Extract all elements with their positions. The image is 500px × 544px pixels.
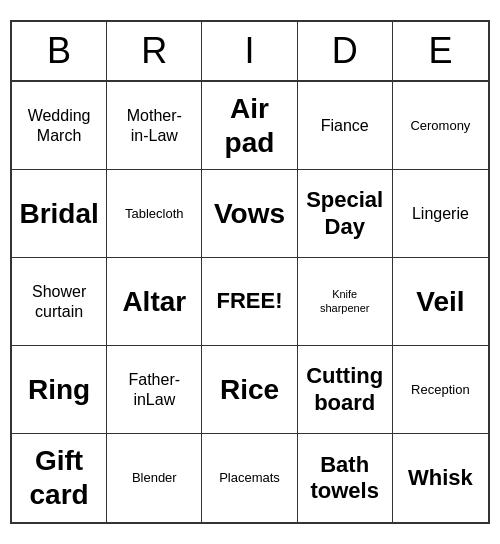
cell-text: Tablecloth <box>125 206 184 222</box>
bingo-card: BRIDE WeddingMarchMother-in-LawAirpadFia… <box>10 20 490 524</box>
bingo-cell[interactable]: Father-inLaw <box>107 346 202 434</box>
header-row: BRIDE <box>12 22 488 82</box>
bingo-cell[interactable]: Lingerie <box>393 170 488 258</box>
cell-text: Reception <box>411 382 470 398</box>
cell-text: FREE! <box>216 288 282 314</box>
cell-text: Giftcard <box>30 444 89 511</box>
bingo-cell[interactable]: Fiance <box>298 82 393 170</box>
cell-text: Bridal <box>19 197 98 231</box>
cell-text: SpecialDay <box>306 187 383 240</box>
cell-text: WeddingMarch <box>28 106 91 144</box>
bingo-cell[interactable]: Showercurtain <box>12 258 107 346</box>
cell-text: Altar <box>122 285 186 319</box>
cell-text: Showercurtain <box>32 282 86 320</box>
bingo-cell[interactable]: Blender <box>107 434 202 522</box>
cell-text: Mother-in-Law <box>127 106 182 144</box>
bingo-cell[interactable]: Bathtowels <box>298 434 393 522</box>
bingo-cell[interactable]: Bridal <box>12 170 107 258</box>
cell-text: Blender <box>132 470 177 486</box>
bingo-cell[interactable]: Reception <box>393 346 488 434</box>
cell-text: Ring <box>28 373 90 407</box>
cell-text: Vows <box>214 197 285 231</box>
header-letter: R <box>107 22 202 80</box>
bingo-cell[interactable]: WeddingMarch <box>12 82 107 170</box>
bingo-cell[interactable]: Placemats <box>202 434 297 522</box>
bingo-cell[interactable]: Rice <box>202 346 297 434</box>
bingo-cell[interactable]: Tablecloth <box>107 170 202 258</box>
bingo-cell[interactable]: Ring <box>12 346 107 434</box>
header-letter: B <box>12 22 107 80</box>
cell-text: Whisk <box>408 465 473 491</box>
cell-text: Knifesharpener <box>320 288 370 314</box>
cell-text: Rice <box>220 373 279 407</box>
bingo-cell[interactable]: Giftcard <box>12 434 107 522</box>
bingo-cell[interactable]: SpecialDay <box>298 170 393 258</box>
header-letter: E <box>393 22 488 80</box>
bingo-cell[interactable]: Whisk <box>393 434 488 522</box>
bingo-cell[interactable]: Airpad <box>202 82 297 170</box>
bingo-cell[interactable]: Altar <box>107 258 202 346</box>
cell-text: Fiance <box>321 116 369 135</box>
cell-text: Veil <box>416 285 464 319</box>
bingo-cell[interactable]: Mother-in-Law <box>107 82 202 170</box>
header-letter: D <box>298 22 393 80</box>
bingo-cell[interactable]: FREE! <box>202 258 297 346</box>
cell-text: Ceromony <box>410 118 470 134</box>
header-letter: I <box>202 22 297 80</box>
cell-text: Father-inLaw <box>129 370 181 408</box>
cell-text: Airpad <box>225 92 275 159</box>
bingo-grid: WeddingMarchMother-in-LawAirpadFianceCer… <box>12 82 488 522</box>
cell-text: Bathtowels <box>310 452 378 505</box>
bingo-cell[interactable]: Cuttingboard <box>298 346 393 434</box>
cell-text: Lingerie <box>412 204 469 223</box>
cell-text: Placemats <box>219 470 280 486</box>
bingo-cell[interactable]: Vows <box>202 170 297 258</box>
bingo-cell[interactable]: Ceromony <box>393 82 488 170</box>
cell-text: Cuttingboard <box>306 363 383 416</box>
bingo-cell[interactable]: Veil <box>393 258 488 346</box>
bingo-cell[interactable]: Knifesharpener <box>298 258 393 346</box>
